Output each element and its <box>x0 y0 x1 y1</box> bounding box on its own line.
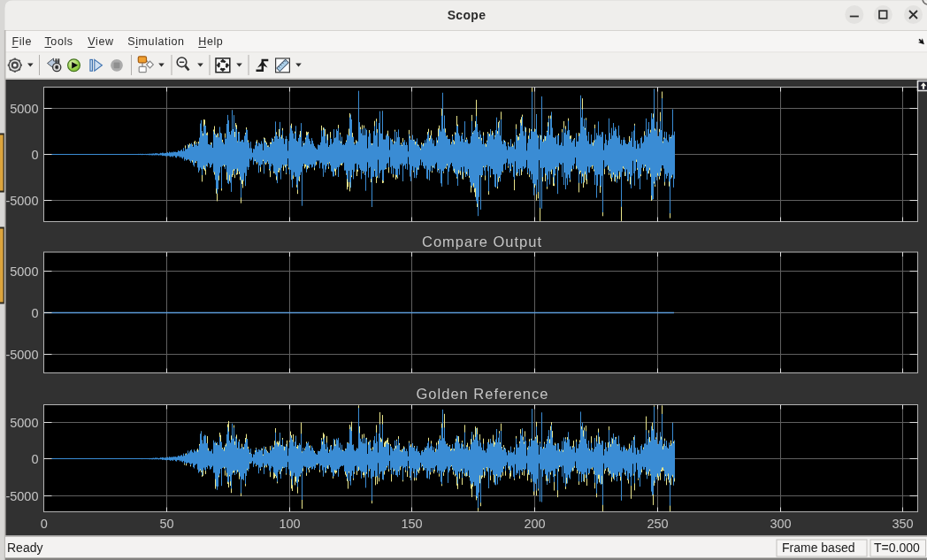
svg-text:5000: 5000 <box>10 416 38 430</box>
svg-text:File: File <box>12 35 33 48</box>
svg-text:Scope: Scope <box>448 8 486 22</box>
svg-text:Frame based: Frame based <box>782 541 854 555</box>
svg-text:Compare Output: Compare Output <box>422 234 542 249</box>
svg-text:100: 100 <box>279 517 300 531</box>
svg-text:-5000: -5000 <box>5 489 38 503</box>
svg-text:-5000: -5000 <box>5 194 38 208</box>
svg-text:200: 200 <box>524 517 545 531</box>
svg-text:250: 250 <box>647 517 668 531</box>
svg-text:0: 0 <box>31 306 38 320</box>
svg-text:5000: 5000 <box>10 265 38 279</box>
svg-text:300: 300 <box>770 517 791 531</box>
svg-text:Ready: Ready <box>7 541 42 555</box>
svg-text:Help: Help <box>198 35 223 48</box>
svg-text:Simulation: Simulation <box>127 35 184 48</box>
svg-text:5000: 5000 <box>10 102 38 116</box>
svg-text:150: 150 <box>401 517 422 531</box>
svg-text:0: 0 <box>41 517 48 531</box>
svg-text:0: 0 <box>31 148 38 162</box>
svg-text:Golden Reference: Golden Reference <box>417 386 549 402</box>
svg-text:Tools: Tools <box>45 35 73 48</box>
svg-text:350: 350 <box>892 517 913 531</box>
svg-text:View: View <box>88 35 114 48</box>
svg-text:-5000: -5000 <box>5 348 38 362</box>
svg-text:T=0.000: T=0.000 <box>874 541 920 555</box>
svg-text:50: 50 <box>159 517 173 531</box>
svg-text:0: 0 <box>31 452 38 466</box>
